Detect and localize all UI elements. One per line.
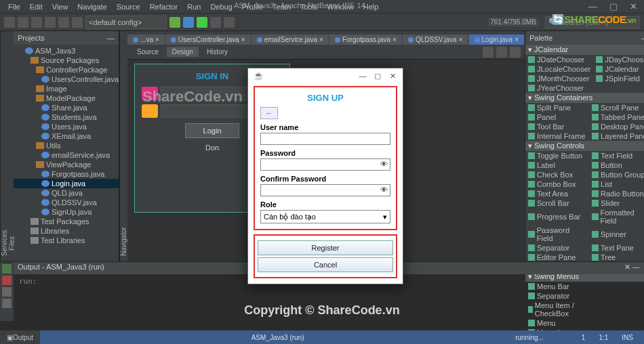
tree-item[interactable]: XEmail.java [14,131,119,141]
editor-tab[interactable]: QLDSSV.java × [403,35,468,45]
menu-file[interactable]: File [4,1,24,12]
cancel-button[interactable]: Cancel [258,257,393,272]
stop-icon[interactable] [2,276,12,285]
minimize-icon[interactable]: — [584,0,601,13]
rerun-icon[interactable] [2,264,12,274]
design-tool-icon[interactable] [510,47,521,58]
menu-refactor[interactable]: Refactor [146,1,182,12]
minimize-icon[interactable]: — [632,263,640,271]
subtab-source[interactable]: Source [132,47,164,57]
palette-item[interactable]: JCalendar [593,64,644,74]
palette-section-header[interactable]: ▾ Swing Containers [525,93,644,103]
confirm-input[interactable]: 👁 [260,184,390,196]
clear-icon[interactable] [2,299,12,308]
palette-item[interactable]: Combo Box [525,179,589,189]
palette-item[interactable]: Scroll Bar [525,198,589,208]
palette-item[interactable]: Tool Bar [525,122,589,131]
palette-item[interactable]: Desktop Pane [589,122,644,131]
design-tool-icon[interactable] [496,47,507,58]
design-tool-icon[interactable] [483,47,494,58]
menu-edit[interactable]: Edit [26,1,47,12]
palette-item[interactable]: Toggle Button [525,151,589,160]
subtab-design[interactable]: Design [167,47,199,57]
new-project-icon[interactable] [18,17,28,28]
memory-meter[interactable]: 761.4/795.0MB [488,18,538,26]
tree-item[interactable]: Share.java [14,103,119,112]
palette-item[interactable]: JYearChooser [525,83,594,93]
palette-item[interactable]: Text Area [525,189,589,198]
menu-source[interactable]: Source [113,1,144,12]
tree-item[interactable]: QLD.java [14,188,119,198]
role-combo[interactable]: Cán bộ đào tạo▾ [260,210,390,223]
palette-item[interactable]: JLocaleChooser [525,64,594,74]
files-tab[interactable]: Files [8,31,16,251]
palette-item[interactable]: Text Pane [589,243,644,253]
palette-item[interactable]: Button [589,160,644,170]
eye-icon[interactable]: 👁 [380,160,388,168]
register-button[interactable]: Register [258,240,393,255]
back-button[interactable]: ← [260,107,278,119]
close-icon[interactable]: × [515,36,519,43]
palette-item[interactable]: Spinner [589,225,644,243]
undo-icon[interactable] [58,17,69,28]
palette-item[interactable]: Radio Button [589,189,644,198]
tree-item[interactable]: Utils [14,141,119,150]
close-icon[interactable]: × [319,36,323,43]
palette-item[interactable] [593,83,644,93]
palette-item[interactable]: Progress Bar [525,208,589,225]
palette-item[interactable]: JMonthChooser [525,74,594,83]
menu-navigate[interactable]: Navigate [73,1,110,12]
palette-item[interactable]: Check Box [525,170,589,179]
palette-item[interactable]: Slider [589,198,644,208]
menu-view[interactable]: View [48,1,73,12]
close-icon[interactable]: ✕ [626,0,641,13]
open-icon[interactable] [31,17,42,28]
tree-item[interactable]: Students.java [14,112,119,122]
palette-item[interactable]: Split Pane [525,103,589,112]
palette-item[interactable]: Scroll Pane [589,103,644,112]
close-icon[interactable]: ✕ [624,263,630,271]
palette-item[interactable]: Button Group [589,170,644,179]
palette-item[interactable]: Layered Pane [589,131,644,141]
close-icon[interactable]: × [393,36,397,43]
tree-item[interactable]: SignUp.java [14,207,119,217]
palette-item[interactable]: Password Field [525,225,589,243]
new-file-icon[interactable] [4,17,15,28]
tree-item[interactable]: ControllerPackage [14,65,119,74]
palette-item[interactable]: JSpinField [593,74,644,83]
palette-item[interactable]: JDateChooser [525,55,594,64]
tree-item[interactable]: ViewPackage [14,160,119,169]
palette-item[interactable]: Text Field [589,151,644,160]
minimize-icon[interactable]: — [107,34,115,42]
palette-item[interactable]: Tree [589,253,644,262]
editor-tab[interactable]: emailService.java × [251,35,329,45]
minimize-icon[interactable]: — [355,72,370,80]
palette-item[interactable]: Label [525,160,589,170]
save-all-icon[interactable] [45,17,56,28]
login-button[interactable]: Login [185,123,239,138]
tree-item[interactable]: Login.java [14,179,119,188]
tree-item[interactable]: ASM_Java3 [14,46,119,56]
project-tree[interactable]: ASM_Java3Source PackagesControllerPackag… [14,45,119,246]
tree-item[interactable]: Forgotpass.java [14,169,119,179]
tree-item[interactable]: emailService.java [14,150,119,160]
close-icon[interactable]: × [241,36,245,43]
tree-item[interactable]: Source Packages [14,56,119,65]
palette-item[interactable]: Tabbed Pane [589,112,644,122]
palette-section-header[interactable]: ▾ JCalendar [525,45,644,55]
maximize-icon[interactable]: ▢ [605,0,622,13]
editor-tab[interactable]: Forgotpass.java × [329,35,402,45]
close-icon[interactable]: × [155,36,159,43]
profile-icon[interactable] [224,17,235,28]
editor-tab[interactable]: ...va × [127,35,165,45]
run-icon[interactable] [197,17,207,28]
debug-icon[interactable] [210,17,221,28]
redo-icon[interactable] [72,17,83,28]
config-combo[interactable]: <default config> [85,16,167,29]
navigator-tab[interactable]: Navigator [120,31,127,256]
output-tab[interactable]: ▣ Output [0,330,40,344]
minimize-icon[interactable]: — [641,34,644,42]
tree-item[interactable]: QLDSSV.java [14,198,119,207]
palette-item[interactable]: Formatted Field [589,208,644,225]
close-icon[interactable]: ✕ [385,72,400,81]
